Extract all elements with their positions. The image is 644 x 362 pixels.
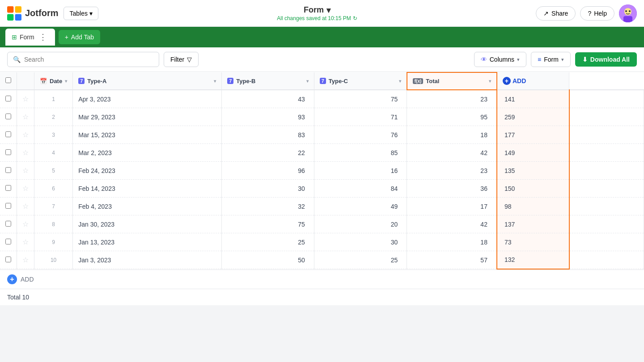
star-icon[interactable]: ☆ <box>22 131 29 139</box>
footer-total-label: Total <box>7 294 21 301</box>
add-tab-label: Add Tab <box>71 34 94 41</box>
star-icon[interactable]: ☆ <box>22 256 29 264</box>
row-total-cell: 132 <box>497 251 569 269</box>
row-type-c-cell: 17 <box>407 198 497 215</box>
row-checkbox[interactable] <box>5 203 11 209</box>
svg-point-8 <box>629 10 631 12</box>
row-checkbox[interactable] <box>5 167 11 173</box>
logo: Jotform <box>7 6 58 21</box>
row-date-cell: Apr 3, 2023 <box>73 90 222 108</box>
form-tab[interactable]: ⊞ Form ⋮ <box>5 29 55 46</box>
star-icon[interactable]: ☆ <box>22 149 29 156</box>
th-add-col[interactable]: + ADD <box>497 72 569 90</box>
th-type-c[interactable]: 7 Type-C ▾ <box>314 72 407 90</box>
row-checkbox-cell <box>0 108 17 126</box>
jotform-logo-icon <box>7 6 21 21</box>
download-all-button[interactable]: ⬇ Download All <box>575 52 637 67</box>
th-date[interactable]: 📅 Date ▾ <box>34 72 73 90</box>
row-number-cell: 4 <box>34 144 73 162</box>
columns-button[interactable]: 👁 Columns ▾ <box>474 52 526 67</box>
share-button[interactable]: ↗ Share <box>536 6 576 21</box>
row-total-cell: 149 <box>497 144 569 162</box>
footer-total-count: 10 <box>22 294 29 301</box>
type-c-col-icon: 7 <box>320 78 326 84</box>
star-icon[interactable]: ☆ <box>22 220 29 228</box>
search-box[interactable]: 🔍 <box>7 52 159 67</box>
form-view-label: Form <box>544 56 559 63</box>
type-b-col-label: Type-B <box>236 78 255 84</box>
th-type-b[interactable]: 7 Type-B ▾ <box>222 72 314 90</box>
th-star <box>17 72 34 90</box>
row-date-cell: Feb 24, 2023 <box>73 162 222 180</box>
row-add-cell <box>569 215 644 233</box>
table-row: ☆ 5 Feb 24, 2023 96 16 23 135 <box>0 162 644 180</box>
row-number-cell: 5 <box>34 162 73 180</box>
star-icon[interactable]: ☆ <box>22 185 29 192</box>
row-checkbox[interactable] <box>5 257 11 262</box>
row-type-b-cell: 16 <box>314 162 407 180</box>
svg-rect-0 <box>7 6 13 13</box>
svg-rect-1 <box>15 6 21 13</box>
row-add-cell <box>569 233 644 251</box>
avatar[interactable] <box>619 4 637 22</box>
filter-button[interactable]: Filter ▽ <box>164 52 199 67</box>
row-type-a-cell: 30 <box>222 180 314 198</box>
tables-button[interactable]: Tables ▾ <box>64 7 98 20</box>
row-add-cell <box>569 90 644 108</box>
table-container: 📅 Date ▾ 7 Type-A ▾ 7 Type-B <box>0 72 644 289</box>
row-add-cell <box>569 144 644 162</box>
row-type-b-cell: 71 <box>314 108 407 126</box>
row-total-cell: 98 <box>497 198 569 215</box>
row-checkbox-cell <box>0 180 17 198</box>
row-star-cell: ☆ <box>17 233 34 251</box>
download-icon: ⬇ <box>582 56 588 63</box>
share-icon: ↗ <box>543 10 549 17</box>
star-icon[interactable]: ☆ <box>22 95 29 103</box>
date-sort-icon: ▾ <box>65 79 67 84</box>
add-tab-button[interactable]: + Add Tab <box>59 30 100 44</box>
star-icon[interactable]: ☆ <box>22 167 29 174</box>
row-type-c-cell: 95 <box>407 108 497 126</box>
add-row-button[interactable]: + ADD <box>0 269 644 289</box>
row-number-cell: 9 <box>34 233 73 251</box>
row-checkbox[interactable] <box>5 185 11 191</box>
table-row: ☆ 1 Apr 3, 2023 43 75 23 141 <box>0 90 644 108</box>
tab-options-icon[interactable]: ⋮ <box>37 32 49 42</box>
row-date-cell: Mar 2, 2023 <box>73 144 222 162</box>
row-add-cell <box>569 180 644 198</box>
svg-rect-6 <box>623 16 632 22</box>
row-star-cell: ☆ <box>17 90 34 108</box>
svg-point-7 <box>625 10 627 12</box>
row-date-cell: Jan 13, 2023 <box>73 233 222 251</box>
row-checkbox[interactable] <box>5 131 11 137</box>
row-checkbox[interactable] <box>5 114 11 119</box>
row-checkbox[interactable] <box>5 149 11 155</box>
refresh-icon: ↻ <box>353 15 357 21</box>
filter-label: Filter <box>170 56 184 63</box>
search-input[interactable] <box>24 56 153 63</box>
row-star-cell: ☆ <box>17 251 34 269</box>
th-type-a[interactable]: 7 Type-A ▾ <box>73 72 222 90</box>
toolbar-right: 👁 Columns ▾ ≡ Form ▾ ⬇ Download All <box>474 52 637 67</box>
row-number-cell: 7 <box>34 198 73 215</box>
star-icon[interactable]: ☆ <box>22 238 29 246</box>
th-total[interactable]: f(x) Total ▾ <box>407 72 497 90</box>
row-number-cell: 10 <box>34 251 73 269</box>
table-row: ☆ 4 Mar 2, 2023 22 85 42 149 <box>0 144 644 162</box>
add-row-plus-icon: + <box>7 274 17 284</box>
svg-rect-3 <box>15 14 21 20</box>
row-total-cell: 259 <box>497 108 569 126</box>
star-icon[interactable]: ☆ <box>22 202 29 210</box>
date-col-label: Date <box>50 78 62 84</box>
form-view-button[interactable]: ≡ Form ▾ <box>531 52 571 67</box>
star-icon[interactable]: ☆ <box>22 113 29 121</box>
nav-left: Jotform Tables ▾ <box>7 6 98 21</box>
select-all-checkbox[interactable] <box>5 77 11 83</box>
table-row: ☆ 3 Mar 15, 2023 83 76 18 177 <box>0 126 644 144</box>
row-checkbox[interactable] <box>5 96 11 101</box>
row-checkbox[interactable] <box>5 221 11 227</box>
row-type-a-cell: 96 <box>222 162 314 180</box>
row-type-a-cell: 75 <box>222 215 314 233</box>
row-checkbox[interactable] <box>5 239 11 244</box>
help-button[interactable]: ? Help <box>580 6 614 21</box>
